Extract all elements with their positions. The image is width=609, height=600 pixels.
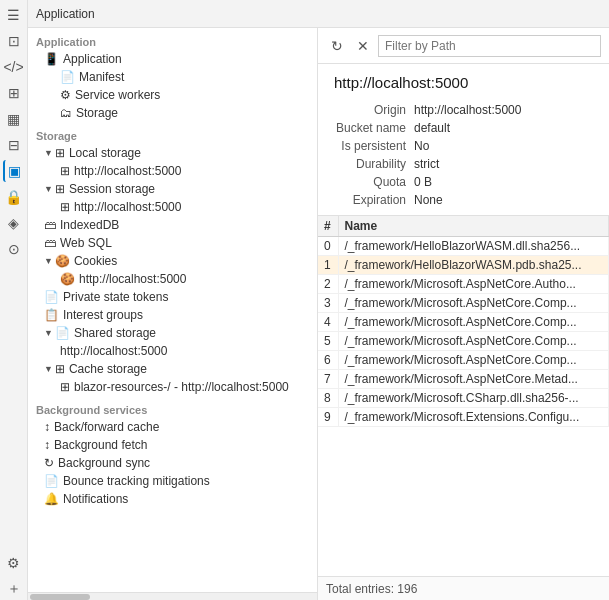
sidebar-item-manifest-label: Manifest <box>79 70 124 84</box>
sidebar-item-application-label: Application <box>63 52 122 66</box>
sidebar: Application 📱 Application 📄 Manifest ⚙ S… <box>28 28 318 600</box>
sidebar-item-background-sync[interactable]: ↻ Background sync <box>28 454 317 472</box>
sidebar-item-shared-storage[interactable]: ▼ 📄 Shared storage <box>28 324 317 342</box>
info-label-persistent: Is persistent <box>334 137 414 155</box>
sidebar-item-cookies-url-label: http://localhost:5000 <box>79 272 186 286</box>
sidebar-scroll-thumb[interactable] <box>30 594 90 600</box>
notifications-icon: 🔔 <box>44 492 59 506</box>
session-storage-icon: ⊞ <box>55 182 65 196</box>
sidebar-item-cache-storage[interactable]: ▼ ⊞ Cache storage <box>28 360 317 378</box>
session-storage-triangle: ▼ <box>44 184 53 194</box>
sidebar-item-background-fetch[interactable]: ↕ Background fetch <box>28 436 317 454</box>
add-icon[interactable]: ＋ <box>3 578 25 600</box>
info-row-expiration: Expiration None <box>334 191 593 209</box>
refresh-button[interactable]: ↻ <box>326 35 348 57</box>
cell-row-name: /_framework/HelloBlazorWASM.pdb.sha25... <box>338 256 609 275</box>
sidebar-item-shared-storage-url[interactable]: http://localhost:5000 <box>28 342 317 360</box>
sidebar-item-notifications[interactable]: 🔔 Notifications <box>28 490 317 508</box>
sidebar-item-back-forward-label: Back/forward cache <box>54 420 159 434</box>
sources-icon[interactable]: </> <box>3 56 25 78</box>
sidebar-item-shared-storage-label: Shared storage <box>74 326 156 340</box>
sidebar-item-local-storage[interactable]: ▼ ⊞ Local storage <box>28 144 317 162</box>
sidebar-item-background-fetch-label: Background fetch <box>54 438 147 452</box>
info-label-expiration: Expiration <box>334 191 414 209</box>
info-label-quota: Quota <box>334 173 414 191</box>
sidebar-scrollbar[interactable] <box>28 592 317 600</box>
recorder-icon[interactable]: ⊙ <box>3 238 25 260</box>
console-icon[interactable]: ⊡ <box>3 30 25 52</box>
sidebar-item-indexeddb[interactable]: 🗃 IndexedDB <box>28 216 317 234</box>
table-row[interactable]: 6/_framework/Microsoft.AspNetCore.Comp..… <box>318 351 609 370</box>
main-area: Application Application 📱 Application 📄 … <box>28 0 609 600</box>
sidebar-item-cookies-url[interactable]: 🍪 http://localhost:5000 <box>28 270 317 288</box>
table-row[interactable]: 4/_framework/Microsoft.AspNetCore.Comp..… <box>318 313 609 332</box>
indexeddb-icon: 🗃 <box>44 218 56 232</box>
sidebar-item-private-state[interactable]: 📄 Private state tokens <box>28 288 317 306</box>
performance-icon[interactable]: ▦ <box>3 108 25 130</box>
total-entries-label: Total entries: 196 <box>326 582 417 596</box>
sidebar-item-cookies[interactable]: ▼ 🍪 Cookies <box>28 252 317 270</box>
sidebar-item-manifest[interactable]: 📄 Manifest <box>28 68 317 86</box>
interest-groups-icon: 📋 <box>44 308 59 322</box>
info-title: http://localhost:5000 <box>334 74 593 91</box>
filter-input[interactable] <box>378 35 601 57</box>
application-panel-icon[interactable]: ▣ <box>3 160 25 182</box>
info-row-durability: Durability strict <box>334 155 593 173</box>
cell-row-name: /_framework/Microsoft.AspNetCore.Metad..… <box>338 370 609 389</box>
network-icon[interactable]: ⊞ <box>3 82 25 104</box>
sidebar-item-web-sql[interactable]: 🗃 Web SQL <box>28 234 317 252</box>
cell-row-num: 7 <box>318 370 338 389</box>
background-sync-icon: ↻ <box>44 456 54 470</box>
sidebar-item-application[interactable]: 📱 Application <box>28 50 317 68</box>
cookies-icon: 🍪 <box>55 254 70 268</box>
session-storage-url-icon: ⊞ <box>60 200 70 214</box>
col-header-num: # <box>318 216 338 237</box>
table-row[interactable]: 3/_framework/Microsoft.AspNetCore.Comp..… <box>318 294 609 313</box>
sidebar-item-cache-storage-label: Cache storage <box>69 362 147 376</box>
cache-storage-url-icon: ⊞ <box>60 380 70 394</box>
table-row[interactable]: 8/_framework/Microsoft.CSharp.dll.sha256… <box>318 389 609 408</box>
section-label-storage: Storage <box>28 122 317 144</box>
table-row[interactable]: 7/_framework/Microsoft.AspNetCore.Metad.… <box>318 370 609 389</box>
sidebar-item-cookies-label: Cookies <box>74 254 117 268</box>
back-forward-icon: ↕ <box>44 420 50 434</box>
sidebar-item-bounce-tracking[interactable]: 📄 Bounce tracking mitigations <box>28 472 317 490</box>
cell-row-name: /_framework/Microsoft.AspNetCore.Autho..… <box>338 275 609 294</box>
web-sql-icon: 🗃 <box>44 236 56 250</box>
sidebar-item-interest-groups-label: Interest groups <box>63 308 143 322</box>
sidebar-item-service-workers[interactable]: ⚙ Service workers <box>28 86 317 104</box>
cell-row-name: /_framework/Microsoft.AspNetCore.Comp... <box>338 351 609 370</box>
sidebar-item-back-forward[interactable]: ↕ Back/forward cache <box>28 418 317 436</box>
table-row[interactable]: 1/_framework/HelloBlazorWASM.pdb.sha25..… <box>318 256 609 275</box>
memory-icon[interactable]: ⊟ <box>3 134 25 156</box>
settings-icon[interactable]: ⚙ <box>3 552 25 574</box>
cell-row-name: /_framework/Microsoft.AspNetCore.Comp... <box>338 332 609 351</box>
total-bar: Total entries: 196 <box>318 576 609 600</box>
elements-icon[interactable]: ☰ <box>3 4 25 26</box>
table-row[interactable]: 5/_framework/Microsoft.AspNetCore.Comp..… <box>318 332 609 351</box>
shared-storage-triangle: ▼ <box>44 328 53 338</box>
col-header-name: Name <box>338 216 609 237</box>
top-bar-title: Application <box>36 7 95 21</box>
data-table: # Name 0/_framework/HelloBlazorWASM.dll.… <box>318 216 609 427</box>
table-row[interactable]: 9/_framework/Microsoft.Extensions.Config… <box>318 408 609 427</box>
sidebar-item-session-storage-label: Session storage <box>69 182 155 196</box>
sidebar-item-service-workers-label: Service workers <box>75 88 160 102</box>
security-icon[interactable]: 🔒 <box>3 186 25 208</box>
sidebar-item-cache-storage-url[interactable]: ⊞ blazor-resources-/ - http://localhost:… <box>28 378 317 396</box>
shared-storage-icon: 📄 <box>55 326 70 340</box>
table-row[interactable]: 2/_framework/Microsoft.AspNetCore.Autho.… <box>318 275 609 294</box>
cell-row-num: 3 <box>318 294 338 313</box>
lighthouse-icon[interactable]: ◈ <box>3 212 25 234</box>
sidebar-item-session-storage[interactable]: ▼ ⊞ Session storage <box>28 180 317 198</box>
background-fetch-icon: ↕ <box>44 438 50 452</box>
cell-row-num: 0 <box>318 237 338 256</box>
sidebar-item-local-storage-url[interactable]: ⊞ http://localhost:5000 <box>28 162 317 180</box>
sidebar-item-private-state-label: Private state tokens <box>63 290 168 304</box>
sidebar-item-storage-app[interactable]: 🗂 Storage <box>28 104 317 122</box>
sidebar-item-session-storage-url[interactable]: ⊞ http://localhost:5000 <box>28 198 317 216</box>
sidebar-item-local-storage-label: Local storage <box>69 146 141 160</box>
sidebar-item-interest-groups[interactable]: 📋 Interest groups <box>28 306 317 324</box>
clear-button[interactable]: ✕ <box>352 35 374 57</box>
table-row[interactable]: 0/_framework/HelloBlazorWASM.dll.sha256.… <box>318 237 609 256</box>
